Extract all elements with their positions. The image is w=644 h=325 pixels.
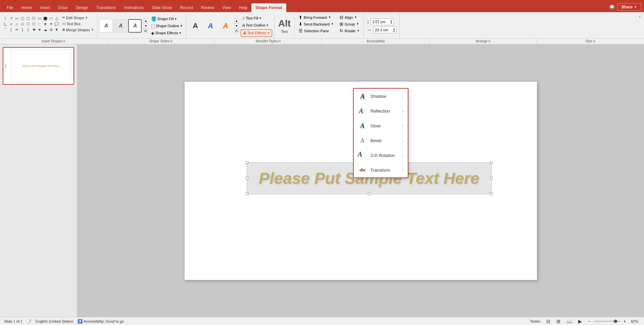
zoom-in-button[interactable]: + [622,318,628,324]
size-label[interactable]: Size ⊟ [537,39,644,44]
shape-chevron[interactable]: 〉 [37,21,42,27]
shape-line[interactable]: \ [3,15,8,21]
shape-style-2[interactable]: A [114,19,127,33]
tab-review[interactable]: Review [197,3,218,12]
menu-item-transform[interactable]: abc Transform › [354,163,408,177]
shape-cloud[interactable]: ☁ [43,27,48,32]
wordart-styles-label[interactable]: WordArt Styles ⊟ [215,39,322,44]
tab-insert[interactable]: Insert [36,3,54,12]
shape-style-1[interactable]: A [99,19,113,33]
tab-design[interactable]: Design [71,3,92,12]
shape-callout[interactable]: 💬 [54,21,59,27]
reading-view-button[interactable]: 📖 [565,318,574,324]
bring-forward-button[interactable]: ⬆ Bring Forward ▼ [297,14,336,21]
zoom-out-button[interactable]: − [586,318,592,324]
merge-shapes-button[interactable]: ⊕ Merge Shapes ▼ [61,27,95,33]
shape-heart[interactable]: ♥ [37,27,42,32]
comments-icon[interactable]: 💬 [609,4,615,10]
shape-snip-rect[interactable]: ⬡ [31,15,37,21]
wordart-style-gold[interactable]: A [218,19,233,33]
width-up[interactable]: ▲ [393,28,395,30]
tab-shape-format[interactable]: Shape Format [251,3,286,12]
shape-diamond[interactable]: ◇ [20,21,25,27]
shape-penta[interactable]: ⬠ [26,21,31,27]
menu-item-3d-rotation[interactable]: A 3-D Rotation › [354,148,408,163]
arrange-label[interactable]: Arrange ⊟ [430,39,537,44]
menu-item-reflection[interactable]: A A Reflection › [354,104,408,118]
height-down[interactable]: ▼ [390,22,392,24]
shape-fill-button[interactable]: 🪣 Shape Fill ▼ [150,16,184,22]
wordart-down[interactable]: ▼ [234,24,239,28]
tab-transitions[interactable]: Transitions [92,3,120,12]
tab-help[interactable]: Help [235,3,251,12]
handle-bottom-left[interactable] [246,193,248,195]
slideshow-button[interactable]: ▶ [577,318,584,324]
notes-button[interactable]: 📄 Notes [523,319,542,324]
selection-pane-button[interactable]: ☰ Selection Pane [297,28,336,34]
shape-more[interactable]: ▼ [54,27,59,32]
handle-bottom-center[interactable] [368,193,370,195]
shape-arc[interactable]: ⌒ [3,27,8,32]
shape-trap[interactable]: ⌂ [14,21,19,27]
handle-bottom-right[interactable] [490,193,493,195]
tab-record[interactable]: Record [176,3,197,12]
tab-view[interactable]: View [218,3,235,12]
menu-item-bevel[interactable]: A Bevel › [354,133,408,148]
alt-text-button[interactable]: Alt Text [277,14,292,38]
text-outline-button[interactable]: A Text Outline ▼ [241,22,272,29]
shape-star2[interactable]: ✦ [48,21,54,27]
shape-rect2[interactable]: ▢ [20,15,25,21]
shape-brace2[interactable]: } [26,27,31,32]
rotate-button[interactable]: ↻ Rotate ▼ [338,28,361,34]
accessibility-label[interactable]: Accessibility [322,39,430,44]
collapse-ribbon-button[interactable]: ^ [637,13,643,38]
tab-animations[interactable]: Animations [120,3,148,12]
shape-para[interactable]: ▱ [8,21,14,27]
shape-cylinder[interactable]: ⬤ [43,15,48,21]
zoom-level-label[interactable]: 82% [629,319,640,324]
shape-rect[interactable]: ▭ [14,15,19,21]
shape-style-up[interactable]: ▲ [143,18,148,23]
wordart-up[interactable]: ▲ [234,18,239,23]
shape-style-expand[interactable]: ⊟ [143,29,148,33]
shape-brace[interactable]: { [20,27,25,32]
slide-thumbnail-1[interactable]: 1 Please Put Sample Text Here [3,47,74,85]
slide-sorter-button[interactable]: ⊞ [555,318,562,324]
tab-slideshow[interactable]: Slide Show [148,3,176,12]
tab-draw[interactable]: Draw [54,3,71,12]
shape-hex[interactable]: ⬡ [31,21,37,27]
shape-arrow[interactable]: ↗ [8,15,14,21]
wordart-style-plain[interactable]: A [188,19,202,33]
align-button[interactable]: ⊟ Align ▼ [338,14,361,21]
width-down[interactable]: ▼ [393,30,395,32]
handle-top-right[interactable] [490,161,493,164]
zoom-thumb[interactable] [614,320,617,323]
shape-style-3[interactable]: A [128,19,142,33]
wordart-expand[interactable]: ⊟ [234,29,239,33]
shape-rect3[interactable]: ▭ [37,15,42,21]
shape-style-down[interactable]: ▼ [143,24,148,28]
shape-oval[interactable]: ⬭ [48,15,54,21]
text-box-button[interactable]: ▭ Text Box [61,21,95,27]
shape-star[interactable]: ★ [43,21,48,27]
shape-freeform[interactable]: ✏ [14,27,19,32]
send-backward-button[interactable]: ⬇ Send Backward ▼ [297,21,336,27]
tab-file[interactable]: File [3,3,17,12]
insert-shapes-label[interactable]: Insert Shapes ⊟ [0,39,107,44]
group-button[interactable]: ⊞ Group ▼ [338,21,361,27]
shape-styles-label[interactable]: Shape Styles ⊟ [107,39,215,44]
shape-right-tri[interactable]: ◺ [3,21,8,27]
normal-view-button[interactable]: ⊟ [545,318,552,324]
shape-triangle[interactable]: △ [54,15,59,21]
share-button[interactable]: Share ▼ [617,3,641,11]
menu-item-glow[interactable]: A Glow › [354,118,408,133]
shape-cross[interactable]: ✚ [31,27,37,32]
height-up[interactable]: ▲ [390,19,392,22]
shape-effects-button[interactable]: ◈ Shape Effects ▼ [150,30,184,36]
width-input[interactable]: 23.1 cm ▲ ▼ [373,27,397,33]
edit-shape-button[interactable]: ✏ Edit Shape ▼ [61,15,95,21]
text-fill-button[interactable]: A Text Fill ▼ [241,15,272,22]
handle-top-left[interactable] [246,161,248,164]
zoom-slider[interactable] [594,321,621,322]
shape-outline-button[interactable]: ⬚ Shape Outline ▼ [150,23,184,29]
